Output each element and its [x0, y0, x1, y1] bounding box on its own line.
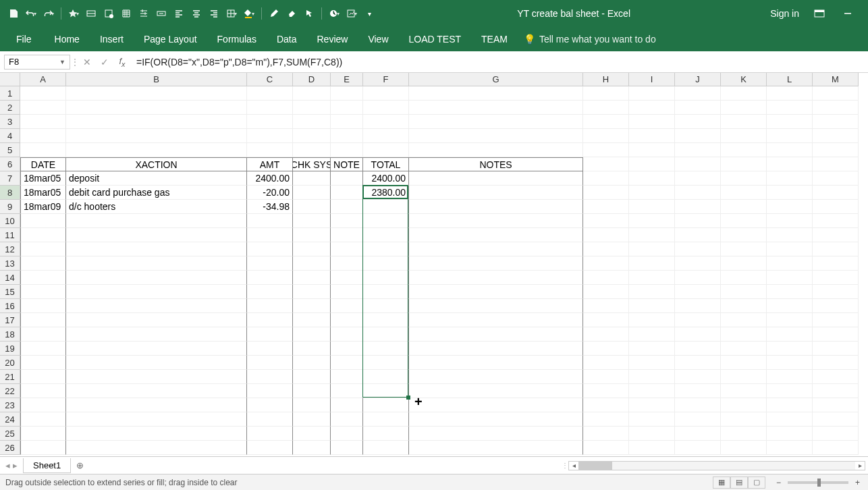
row-header-7[interactable]: 7 [0, 171, 20, 186]
cell-F21[interactable] [363, 370, 409, 384]
cell-F17[interactable] [363, 313, 409, 327]
cell-D7[interactable] [293, 171, 331, 186]
cell-E9[interactable] [331, 200, 363, 214]
cell-H10[interactable] [583, 214, 629, 228]
cell-L22[interactable] [767, 384, 813, 398]
cell-E16[interactable] [331, 299, 363, 313]
cell-D17[interactable] [293, 313, 331, 327]
cell-F16[interactable] [363, 299, 409, 313]
cell-H9[interactable] [583, 200, 629, 214]
cell-B7[interactable]: deposit [66, 171, 247, 186]
cell-E11[interactable] [331, 228, 363, 242]
row-header-9[interactable]: 9 [0, 200, 20, 214]
cell-C9[interactable]: -34.98 [247, 200, 293, 214]
cell-E13[interactable] [331, 256, 363, 271]
zoom-slider-thumb[interactable] [817, 479, 821, 487]
tab-split-icon[interactable]: ⋮ [562, 462, 568, 469]
cell-D5[interactable] [293, 143, 331, 157]
cell-M14[interactable] [813, 271, 859, 285]
cell-E14[interactable] [331, 271, 363, 285]
cell-H14[interactable] [583, 271, 629, 285]
cell-M3[interactable] [813, 115, 859, 129]
sheet-tab-sheet1[interactable]: Sheet1 [23, 458, 71, 473]
cell-I19[interactable] [629, 342, 675, 356]
cell-G21[interactable] [409, 370, 583, 384]
cell-J15[interactable] [675, 285, 721, 299]
cell-H5[interactable] [583, 143, 629, 157]
cell-A19[interactable] [20, 342, 66, 356]
cell-J8[interactable] [675, 186, 721, 200]
view-page-layout-icon[interactable]: ▤ [730, 477, 748, 489]
cell-B26[interactable] [66, 441, 247, 455]
cell-J26[interactable] [675, 441, 721, 455]
cell-G22[interactable] [409, 384, 583, 398]
cell-A12[interactable] [20, 242, 66, 256]
cell-G8[interactable] [409, 186, 583, 200]
cell-C1[interactable] [247, 86, 293, 101]
addin-icon-1[interactable]: ▾ [326, 5, 342, 22]
cell-C2[interactable] [247, 101, 293, 115]
cell-B4[interactable] [66, 129, 247, 143]
cell-G6[interactable]: NOTES [409, 157, 583, 171]
cell-B21[interactable] [66, 370, 247, 384]
cell-M24[interactable] [813, 412, 859, 427]
cell-F19[interactable] [363, 342, 409, 356]
cell-F26[interactable] [363, 441, 409, 455]
row-header-18[interactable]: 18 [0, 327, 20, 342]
cell-A26[interactable] [20, 441, 66, 455]
cell-K12[interactable] [721, 242, 767, 256]
cell-C26[interactable] [247, 441, 293, 455]
cell-M4[interactable] [813, 129, 859, 143]
cell-I14[interactable] [629, 271, 675, 285]
cell-J22[interactable] [675, 384, 721, 398]
scroll-thumb[interactable] [578, 462, 612, 470]
cell-C14[interactable] [247, 271, 293, 285]
column-header-H[interactable]: H [583, 73, 629, 86]
cell-G3[interactable] [409, 115, 583, 129]
cell-K6[interactable] [721, 157, 767, 171]
cell-C13[interactable] [247, 256, 293, 271]
row-header-10[interactable]: 10 [0, 214, 20, 228]
cell-D19[interactable] [293, 342, 331, 356]
enter-formula-icon[interactable]: ✓ [96, 57, 113, 67]
cell-F1[interactable] [363, 86, 409, 101]
minimize-icon[interactable] [840, 5, 856, 22]
cell-H15[interactable] [583, 285, 629, 299]
merge-icon[interactable] [153, 5, 169, 22]
cell-J21[interactable] [675, 370, 721, 384]
row-header-8[interactable]: 8 [0, 186, 20, 200]
cell-F3[interactable] [363, 115, 409, 129]
chevron-down-icon[interactable]: ▼ [59, 59, 65, 65]
cell-B25[interactable] [66, 427, 247, 441]
cell-G20[interactable] [409, 356, 583, 370]
cell-G19[interactable] [409, 342, 583, 356]
cell-D12[interactable] [293, 242, 331, 256]
cell-M22[interactable] [813, 384, 859, 398]
cell-K2[interactable] [721, 101, 767, 115]
formula-input[interactable]: =IF(OR(D8="x",D8="p",D8="m"),F7,SUM(F7,C… [131, 57, 868, 67]
cell-J2[interactable] [675, 101, 721, 115]
cell-K22[interactable] [721, 384, 767, 398]
cell-A9[interactable]: 18mar09 [20, 200, 66, 214]
cell-H22[interactable] [583, 384, 629, 398]
cell-I1[interactable] [629, 86, 675, 101]
cell-I2[interactable] [629, 101, 675, 115]
cell-K20[interactable] [721, 356, 767, 370]
zoom-slider[interactable] [788, 481, 848, 484]
cell-C23[interactable] [247, 398, 293, 412]
cell-A7[interactable]: 18mar05 [20, 171, 66, 186]
column-header-G[interactable]: G [409, 73, 583, 86]
cell-J4[interactable] [675, 129, 721, 143]
cell-G12[interactable] [409, 242, 583, 256]
cell-M18[interactable] [813, 327, 859, 342]
cell-L24[interactable] [767, 412, 813, 427]
sheet-nav-prev-icon[interactable]: ◂ [5, 460, 10, 470]
cell-L8[interactable] [767, 186, 813, 200]
cell-F18[interactable] [363, 327, 409, 342]
tab-view[interactable]: View [358, 28, 398, 50]
cell-E19[interactable] [331, 342, 363, 356]
cell-K18[interactable] [721, 327, 767, 342]
cell-H26[interactable] [583, 441, 629, 455]
tab-home[interactable]: Home [45, 28, 89, 50]
column-header-A[interactable]: A [20, 73, 66, 86]
